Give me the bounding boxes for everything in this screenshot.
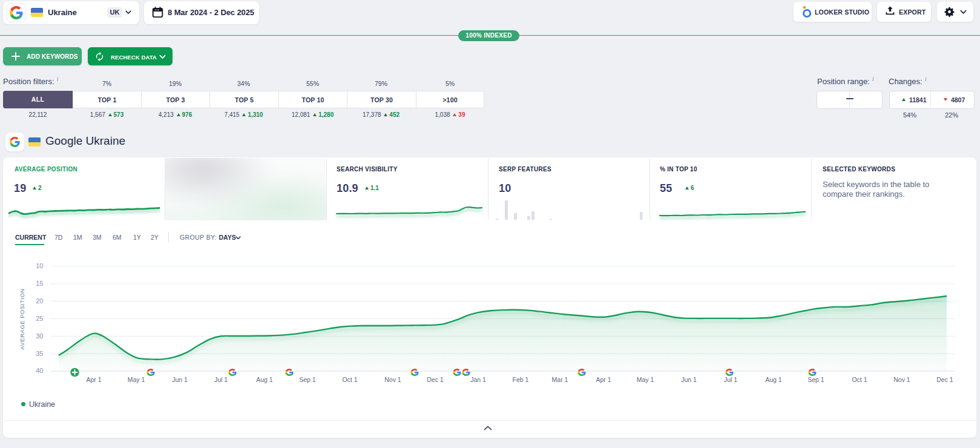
svg-text:40: 40: [36, 367, 43, 374]
svg-text:Jun 1: Jun 1: [681, 376, 697, 383]
svg-text:Apr 1: Apr 1: [596, 376, 611, 383]
svg-text:Nov 1: Nov 1: [893, 376, 910, 383]
svg-text:Apr 1: Apr 1: [86, 376, 101, 383]
svg-text:Oct 1: Oct 1: [852, 376, 867, 383]
svg-text:AVERAGE POSITION: AVERAGE POSITION: [19, 288, 25, 349]
svg-text:Jan 1: Jan 1: [470, 376, 486, 383]
svg-text:15: 15: [36, 280, 43, 287]
svg-text:Dec 1: Dec 1: [936, 376, 953, 383]
svg-text:Oct 1: Oct 1: [342, 376, 357, 383]
svg-text:35: 35: [36, 350, 43, 357]
svg-text:Aug 1: Aug 1: [765, 376, 782, 383]
svg-text:Jun 1: Jun 1: [172, 376, 188, 383]
svg-text:Jul 1: Jul 1: [214, 376, 228, 383]
svg-text:20: 20: [36, 297, 43, 305]
svg-text:30: 30: [36, 332, 43, 340]
svg-text:25: 25: [36, 315, 43, 322]
svg-text:Feb 1: Feb 1: [513, 376, 529, 383]
svg-text:May 1: May 1: [128, 376, 145, 383]
svg-text:Sep 1: Sep 1: [807, 376, 824, 383]
svg-text:Mar 1: Mar 1: [552, 376, 568, 383]
svg-text:Dec 1: Dec 1: [427, 376, 444, 383]
svg-text:Sep 1: Sep 1: [299, 376, 316, 383]
svg-text:May 1: May 1: [637, 376, 654, 383]
svg-text:Aug 1: Aug 1: [256, 376, 273, 383]
svg-text:10: 10: [36, 262, 43, 269]
svg-text:Nov 1: Nov 1: [384, 376, 401, 383]
